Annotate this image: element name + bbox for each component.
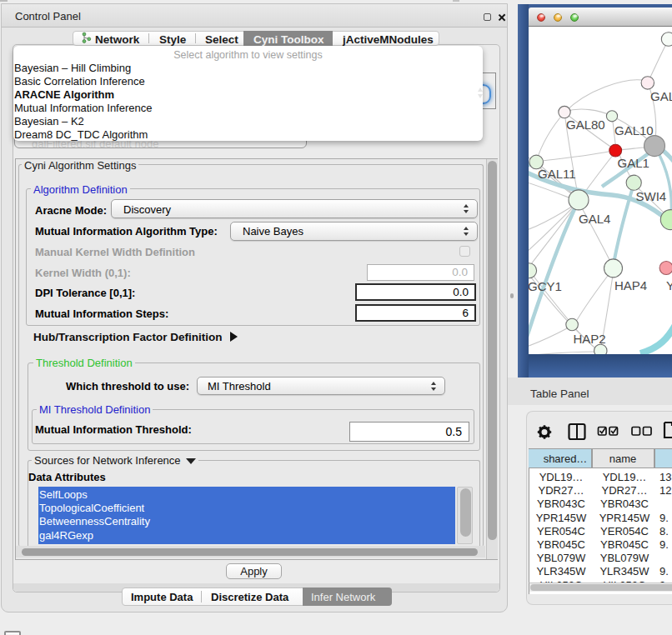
svg-text:GAL10: GAL10	[614, 123, 654, 138]
svg-text:GAL2: GAL2	[650, 89, 672, 103]
svg-text:GAL1: GAL1	[618, 156, 649, 170]
svg-text:GAL11: GAL11	[538, 167, 576, 181]
svg-text:GAL80: GAL80	[566, 118, 605, 132]
svg-text:HAP4: HAP4	[614, 278, 647, 292]
svg-text:GAL4: GAL4	[579, 212, 610, 226]
svg-text:HAP2: HAP2	[574, 332, 606, 346]
svg-text:GCY1: GCY1	[529, 279, 562, 293]
svg-text:Y: Y	[666, 278, 672, 292]
svg-text:SWI4: SWI4	[636, 189, 667, 203]
